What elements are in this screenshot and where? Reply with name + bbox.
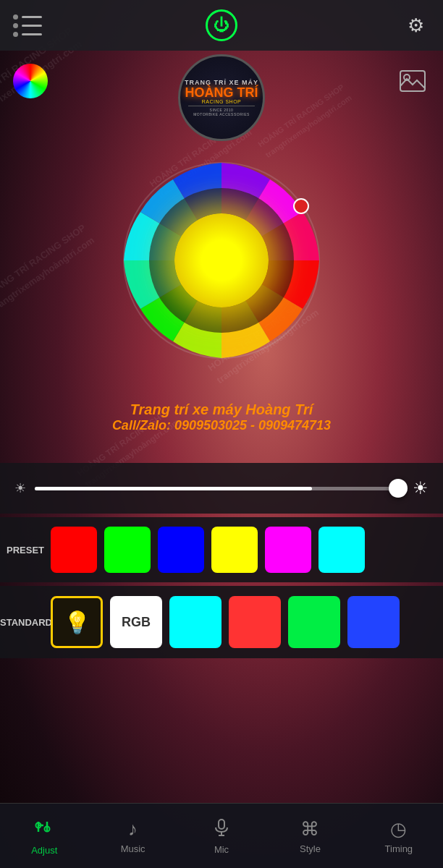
brightness-slider-fill: [35, 487, 312, 490]
color-center-glow: [174, 213, 269, 307]
promo-line1: Trang trí xe máy Hoàng Trí: [0, 401, 443, 418]
color-wheel[interactable]: [113, 152, 330, 369]
music-label: Music: [121, 843, 145, 854]
standard-items: 💡 RGB: [51, 596, 400, 648]
preset-swatch-magenta[interactable]: [265, 527, 311, 573]
rgb-label: RGB: [122, 615, 151, 630]
nav-item-timing[interactable]: ◷ Timing: [355, 818, 443, 854]
logo-divider: [188, 106, 254, 106]
preset-colors: [51, 527, 365, 573]
standard-blue-button[interactable]: [347, 596, 400, 648]
standard-cyan-button[interactable]: [169, 596, 222, 648]
preset-swatch-blue[interactable]: [158, 527, 204, 573]
standard-area: STANDARD 💡 RGB: [0, 586, 443, 658]
logo-circle: TRANG TRÍ XE MÁY HOÀNG TRÍ RACING SHOP S…: [178, 54, 265, 141]
header: ⏻ ⚙: [0, 0, 443, 51]
style-icon: ⌘: [300, 818, 319, 841]
brightness-slider-track[interactable]: [35, 487, 404, 490]
menu-dot: [13, 14, 18, 20]
gear-icon: ⚙: [408, 14, 424, 37]
adjust-label: Adjust: [31, 845, 57, 856]
standard-green-button[interactable]: [288, 596, 340, 648]
mic-icon: [212, 817, 231, 841]
bottom-nav: Adjust ♪ Music Mic ⌘ Style ◷ Timing: [0, 803, 443, 868]
preset-swatch-yellow[interactable]: [211, 527, 258, 573]
standard-rgb-button[interactable]: RGB: [110, 596, 162, 648]
brightness-slider-thumb[interactable]: [389, 479, 408, 498]
svg-point-5: [294, 199, 308, 213]
standard-label: STANDARD: [0, 617, 51, 628]
menu-line: [22, 33, 42, 35]
bulb-icon: 💡: [64, 610, 90, 635]
logo-brand: HOÀNG TRÍ: [185, 86, 258, 99]
power-icon: ⏻: [214, 17, 229, 33]
menu-dot: [13, 23, 18, 28]
brightness-low-icon: ☀: [14, 480, 26, 496]
nav-item-music[interactable]: ♪ Music: [88, 818, 177, 854]
power-button[interactable]: ⏻: [206, 9, 237, 41]
standard-bulb-button[interactable]: 💡: [51, 596, 103, 648]
nav-item-adjust[interactable]: Adjust: [0, 817, 88, 856]
promo-line2: Call/Zalo: 0909503025 - 0909474713: [0, 418, 443, 433]
mic-label: Mic: [214, 844, 229, 855]
style-label: Style: [300, 843, 321, 854]
menu-line: [22, 25, 42, 27]
brightness-slider-area: ☀ ☀: [0, 463, 443, 514]
menu-line: [22, 16, 42, 18]
timing-icon: ◷: [390, 818, 407, 841]
preset-area: PRESET: [0, 517, 443, 582]
menu-dot: [13, 32, 18, 37]
promo-text: Trang trí xe máy Hoàng Trí Call/Zalo: 09…: [0, 401, 443, 433]
nav-item-style[interactable]: ⌘ Style: [266, 818, 354, 854]
menu-button[interactable]: [13, 14, 42, 37]
preset-swatch-green[interactable]: [104, 527, 151, 573]
color-picker-ball[interactable]: [13, 64, 48, 98]
preset-label: PRESET: [0, 545, 51, 556]
brightness-high-icon: ☀: [413, 478, 429, 498]
nav-item-mic[interactable]: Mic: [177, 817, 266, 855]
adjust-icon: [34, 817, 54, 842]
preset-swatch-cyan[interactable]: [318, 527, 365, 573]
standard-red-button[interactable]: [229, 596, 281, 648]
logo-area: TRANG TRÍ XE MÁY HOÀNG TRÍ RACING SHOP S…: [178, 54, 265, 141]
preset-swatch-red[interactable]: [51, 527, 97, 573]
svg-rect-13: [219, 820, 224, 829]
settings-button[interactable]: ⚙: [401, 11, 430, 40]
music-icon: ♪: [128, 818, 138, 841]
logo-accessory-text: MOTORBIKE ACCESSORIES: [193, 112, 250, 116]
image-button[interactable]: [395, 64, 430, 98]
timing-label: Timing: [385, 843, 413, 854]
logo-sub: RACING SHOP: [202, 99, 242, 104]
